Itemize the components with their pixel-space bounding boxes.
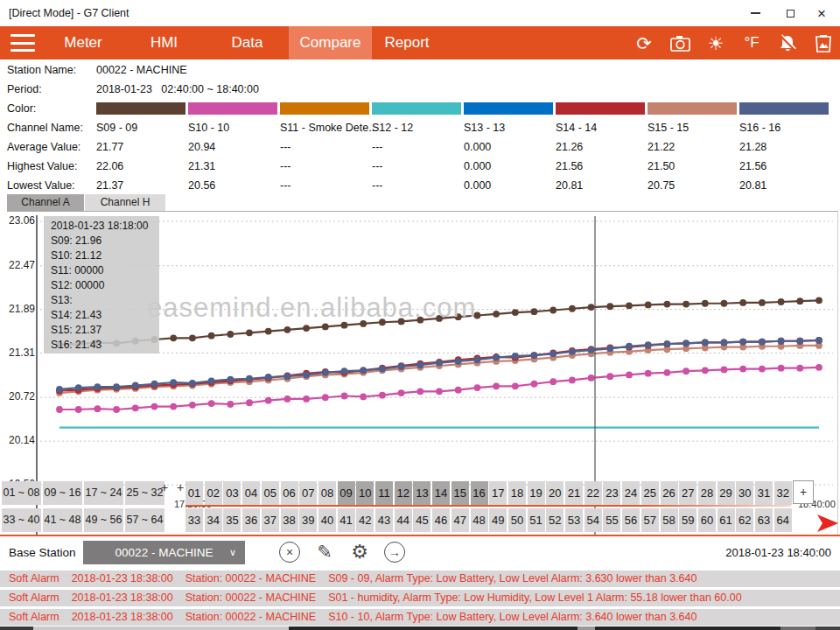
channel-button-53[interactable]: 53 [565,508,583,532]
channel-button-01[interactable]: 01 [186,481,203,505]
channel-button-43[interactable]: 43 [375,508,393,532]
group-button-49~56[interactable]: 49 ~ 56 [84,508,123,532]
channel-button-63[interactable]: 63 [755,508,773,532]
group-button-33~40[interactable]: 33 ~ 40 [2,508,41,532]
channel-button-03[interactable]: 03 [223,481,241,505]
channel-button-31[interactable]: 31 [755,481,773,505]
channel-button-16[interactable]: 16 [471,481,488,505]
sync-history-icon[interactable]: ⟳ [633,32,655,54]
nav-item-report[interactable]: Report [376,26,438,60]
channel-button-45[interactable]: 45 [413,508,430,532]
channel-button-24[interactable]: 24 [622,481,640,505]
image-box-icon[interactable] [812,32,835,54]
channel-button-25[interactable]: 25 [641,481,659,505]
channel-button-14[interactable]: 14 [432,481,450,505]
channel-button-29[interactable]: 29 [718,481,735,505]
channel-button-60[interactable]: 60 [698,508,716,532]
settings-gear-icon[interactable]: ⚙ [348,541,371,564]
alarm-row[interactable]: Soft Alarm2018-01-23 18:38:00Station: 00… [0,590,840,606]
channel-button-13[interactable]: 13 [413,481,430,505]
edit-pencil-icon[interactable]: ✎ [313,541,336,564]
channel-button-49[interactable]: 49 [489,508,507,532]
channel-button-37[interactable]: 37 [262,508,279,532]
channel-button-27[interactable]: 27 [679,481,696,505]
channel-button-28[interactable]: 28 [698,481,716,505]
channel-button-21[interactable]: 21 [565,481,583,505]
fahrenheit-toggle-icon[interactable]: °F [740,32,763,54]
tab-channel-a[interactable]: Channel A [7,194,84,211]
channel-button-38[interactable]: 38 [281,508,298,532]
nav-item-meter[interactable]: Meter [52,26,114,60]
channel-button-34[interactable]: 34 [205,508,222,532]
channel-button-51[interactable]: 51 [528,508,545,532]
channel-button-44[interactable]: 44 [395,508,412,532]
channel-button-57[interactable]: 57 [641,508,659,532]
channel-button-08[interactable]: 08 [318,481,336,505]
channel-button-50[interactable]: 50 [508,508,526,532]
channel-button-59[interactable]: 59 [679,508,696,532]
channel-button-56[interactable]: 56 [622,508,640,532]
group-button-57~64[interactable]: 57 ~ 64 [125,508,164,532]
channel-button-18[interactable]: 18 [508,481,526,505]
nav-item-data[interactable]: Data [219,26,276,60]
channel-button-52[interactable]: 52 [546,508,564,532]
hamburger-menu-icon[interactable] [10,34,35,52]
channel-button-07[interactable]: 07 [299,481,317,505]
export-button[interactable]: → [383,541,406,564]
tab-channel-h[interactable]: Channel H [85,194,165,211]
restore-button[interactable] [775,0,805,26]
channel-button-33[interactable]: 33 [186,508,203,532]
channel-button-17[interactable]: 17 [489,481,507,505]
channel-button-09[interactable]: 09 [338,481,355,505]
alarm-row[interactable]: Soft Alarm2018-01-23 18:38:00Station: 00… [0,570,840,587]
minimize-button[interactable] [740,0,770,26]
group-button-01~08[interactable]: 01 ~ 08 [2,481,41,505]
channel-button-32[interactable]: 32 [774,481,792,505]
channel-button-19[interactable]: 19 [528,481,545,505]
channel-button-06[interactable]: 06 [281,481,298,505]
channel-button-39[interactable]: 39 [299,508,317,532]
channel-button-35[interactable]: 35 [223,508,241,532]
zoom-plus-left-1[interactable]: + [161,480,168,494]
channel-button-10[interactable]: 10 [356,481,374,505]
channel-button-04[interactable]: 04 [242,481,260,505]
channel-button-42[interactable]: 42 [356,508,374,532]
nav-item-hmi[interactable]: HMI [136,26,192,60]
channel-button-58[interactable]: 58 [661,508,678,532]
zoom-plus-left-2[interactable]: + [177,480,184,494]
zoom-plus-right[interactable]: + [793,480,814,504]
channel-button-36[interactable]: 36 [242,508,260,532]
channel-button-61[interactable]: 61 [718,508,735,532]
channel-button-41[interactable]: 41 [338,508,355,532]
channel-button-48[interactable]: 48 [471,508,488,532]
group-button-41~48[interactable]: 41 ~ 48 [43,508,82,532]
base-station-dropdown[interactable]: 00022 - MACHINE ∨ [83,541,245,564]
nav-item-compare[interactable]: Compare [289,26,372,60]
channel-button-22[interactable]: 22 [584,481,602,505]
channel-button-40[interactable]: 40 [318,508,336,532]
alarm-row[interactable]: Soft Alarm2018-01-23 18:38:00Station: 00… [0,609,840,626]
channel-button-02[interactable]: 02 [205,481,222,505]
group-button-09~16[interactable]: 09 ~ 16 [43,481,82,505]
channel-button-05[interactable]: 05 [262,481,279,505]
camera-icon[interactable] [668,32,691,54]
channel-button-15[interactable]: 15 [452,481,469,505]
channel-button-26[interactable]: 26 [661,481,678,505]
channel-button-12[interactable]: 12 [395,481,412,505]
channel-button-54[interactable]: 54 [584,508,602,532]
close-button[interactable]: × [807,0,836,26]
clear-button[interactable]: × [278,541,301,564]
channel-button-46[interactable]: 46 [432,508,450,532]
channel-button-64[interactable]: 64 [774,508,792,532]
group-button-17~24[interactable]: 17 ~ 24 [84,481,123,505]
group-button-25~32[interactable]: 25 ~ 32 [125,481,164,505]
brightness-icon[interactable]: ☀ [704,32,727,54]
channel-button-55[interactable]: 55 [603,508,620,532]
channel-button-62[interactable]: 62 [736,508,753,532]
channel-button-47[interactable]: 47 [452,508,469,532]
channel-button-23[interactable]: 23 [603,481,620,505]
next-page-arrow[interactable] [816,513,839,534]
mute-bell-icon[interactable] [776,32,799,54]
channel-button-11[interactable]: 11 [375,481,393,505]
channel-button-20[interactable]: 20 [546,481,564,505]
